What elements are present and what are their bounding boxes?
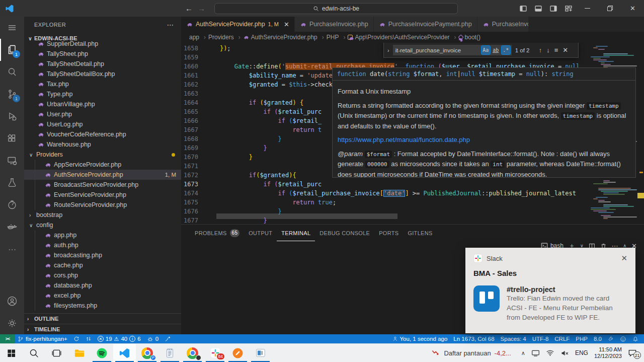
commit-author-item[interactable]: You, 1 second ago [390, 336, 450, 342]
tree-item[interactable]: TallySheetDetailBox.php [24, 69, 181, 79]
account-icon[interactable] [0, 290, 24, 312]
panel-tab[interactable]: GITLENS [403, 225, 437, 241]
git-branch-item[interactable]: fix-perhitungan+ [15, 336, 70, 342]
tree-item[interactable]: Warehouse.php [24, 139, 181, 150]
sync-changes-icon[interactable] [71, 336, 82, 342]
run-debug-icon[interactable] [0, 105, 24, 127]
cursor-position-item[interactable]: Ln 1673, Col 68 [451, 336, 497, 342]
tree-item[interactable]: TallySheet.php [24, 49, 181, 59]
close-tab-icon[interactable]: ✕ [284, 21, 289, 28]
time-tracker-icon[interactable] [0, 194, 24, 216]
start-button[interactable] [0, 344, 23, 362]
display-cast-icon[interactable] [531, 349, 540, 357]
indentation-item[interactable]: Spaces: 4 [498, 336, 529, 342]
tree-item[interactable]: Tax.php [24, 79, 181, 89]
find-next-icon[interactable]: ↓ [546, 46, 550, 54]
tree-item[interactable]: ∨ Providers [24, 150, 181, 160]
gitlens-item[interactable] [162, 336, 174, 342]
find-previous-icon[interactable]: ↑ [539, 46, 542, 54]
problems-item[interactable]: ✕19 ⚠40 i6 [95, 336, 143, 342]
more-views-icon[interactable]: ⋯ [0, 238, 24, 260]
eol-item[interactable]: CRLF [552, 336, 572, 342]
feedback-smiley-icon[interactable] [617, 336, 629, 342]
explorer-icon[interactable]: 1 [0, 39, 24, 61]
screenshot-tool-icon[interactable] [226, 344, 249, 362]
language-indicator[interactable]: ENG [575, 349, 588, 356]
notification-center-icon[interactable]: 21 [628, 349, 639, 357]
close-toast-icon[interactable]: ✕ [621, 254, 627, 263]
toggle-replace-icon[interactable]: › [387, 47, 389, 53]
tree-item[interactable]: Type.php [24, 89, 181, 99]
tree-item[interactable]: EventServiceProvider.php [24, 190, 181, 200]
minimize-button[interactable] [576, 0, 599, 17]
tree-item[interactable]: AppServiceProvider.php [24, 160, 181, 170]
tree-item[interactable]: AuthServiceProvider.php 1, M [24, 170, 181, 180]
editor-tab[interactable]: AuthServiceProvider.php 1, M ✕ [181, 17, 295, 32]
source-control-icon[interactable]: 1 [0, 83, 24, 105]
remote-indicator[interactable]: >< [0, 334, 15, 343]
toggle-secondary-sidebar-icon[interactable] [546, 0, 561, 17]
toggle-panel-icon[interactable] [531, 0, 546, 17]
extensions-icon[interactable] [0, 127, 24, 150]
file-explorer-icon[interactable] [68, 344, 91, 362]
timeline-section[interactable]: ›TIMELINE [24, 324, 181, 334]
tree-item[interactable]: cors.php [24, 270, 181, 280]
tree-item[interactable]: SupplierDetail.php [24, 39, 181, 49]
testing-icon[interactable] [0, 172, 24, 194]
breadcrumb-item[interactable]: PHP › [327, 34, 348, 41]
php-version-item[interactable]: 8.0 [591, 336, 604, 342]
tools-icon[interactable] [605, 336, 616, 342]
remote-explorer-icon[interactable] [0, 150, 24, 172]
task-view-icon[interactable] [45, 344, 68, 362]
tree-item[interactable]: BroadcastServiceProvider.php [24, 180, 181, 190]
tree-item[interactable]: cache.php [24, 260, 181, 270]
volume-muted-icon[interactable] [560, 349, 569, 357]
close-window-button[interactable]: ✕ [621, 0, 644, 17]
editor-tab[interactable]: PurchaseInvoi ✕ [477, 17, 529, 32]
tree-item[interactable]: TallySheetDetail.php [24, 59, 181, 69]
tree-item[interactable]: RouteServiceProvider.php [24, 200, 181, 210]
explorer-actions-icon[interactable]: ⋯ [167, 21, 174, 29]
slack-taskbar-icon[interactable]: 84 [204, 344, 226, 362]
horizontal-scrollbar[interactable] [216, 213, 397, 219]
tree-item[interactable]: broadcasting.php [24, 250, 181, 260]
breadcrumb-item[interactable]: Providers › [208, 34, 243, 41]
command-center-search[interactable]: edwin-acsi-be [214, 3, 458, 14]
tree-item[interactable]: excel.php [24, 291, 181, 301]
match-case-toggle[interactable]: Aa [481, 45, 491, 55]
toggle-sidebar-icon[interactable] [516, 0, 531, 17]
breadcrumb-item[interactable]: app › [189, 34, 208, 41]
vscode-taskbar-icon[interactable] [113, 344, 136, 362]
hover-doc-link[interactable]: https://www.php.net/manual/function.date… [338, 135, 630, 145]
tree-item[interactable]: filesystems.php [24, 301, 181, 311]
close-find-icon[interactable]: ✕ [562, 46, 568, 54]
tree-item[interactable]: auth.php [24, 240, 181, 250]
tree-item[interactable]: ∨ config [24, 220, 181, 230]
outline-section[interactable]: ›OUTLINE [24, 313, 181, 324]
clock[interactable]: 11:50 AM 12/12/2023 [594, 346, 622, 359]
tree-item[interactable]: User.php [24, 109, 181, 119]
slack-notification-toast[interactable]: Slack ✕ BMA - Sales #trello-project Trel… [465, 248, 635, 333]
customize-layout-icon[interactable] [561, 0, 576, 17]
tree-item[interactable]: database.php [24, 280, 181, 291]
chrome-profile-icon[interactable]: P [136, 344, 158, 362]
news-widget[interactable]: Daftar pantauan -4,2... [432, 349, 511, 357]
editor-tab[interactable]: PurchaseInvoice.php ✕ [295, 17, 374, 32]
taskbar-search-icon[interactable] [23, 344, 45, 362]
panel-tab[interactable]: DEBUG CONSOLE [315, 225, 374, 241]
history-back-icon[interactable]: ← [185, 4, 193, 13]
panel-tab[interactable]: OUTPUT [244, 225, 277, 241]
compare-icon[interactable] [83, 336, 94, 342]
tree-item[interactable]: › bootstrap [24, 210, 181, 220]
notepad-icon[interactable] [158, 344, 181, 362]
breadcrumb-item[interactable]: App\Providers\AuthServiceProvider › [348, 34, 458, 41]
wifi-icon[interactable] [546, 349, 554, 356]
show-hidden-icons[interactable]: ∧ [521, 350, 525, 356]
panel-tab[interactable]: PROBLEMS 65 [190, 225, 244, 241]
settings-gear-icon[interactable] [0, 312, 24, 334]
search-view-icon[interactable] [0, 61, 24, 83]
app-window-icon[interactable] [249, 344, 272, 362]
code-editor[interactable]: 1658 }); 1659 1660 Gate::define('submit-… [181, 43, 644, 224]
regex-toggle[interactable]: .* [501, 45, 511, 55]
find-in-selection-icon[interactable]: ≡ [554, 46, 558, 54]
